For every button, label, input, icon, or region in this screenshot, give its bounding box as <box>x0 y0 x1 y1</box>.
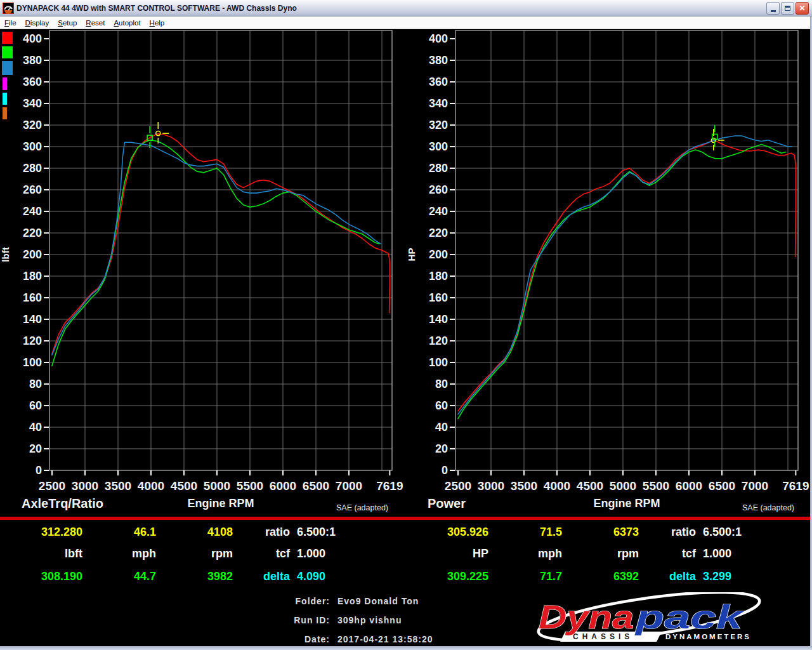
menu-item-help[interactable]: Help <box>145 19 169 27</box>
app-gauge-icon <box>3 3 14 14</box>
y-tick-label: 320 <box>429 119 448 131</box>
y-tick-label: 200 <box>429 248 448 261</box>
logo-text-pack: pack <box>634 599 745 635</box>
readout-right-delta-label: delta <box>613 567 696 585</box>
x-tick-label: 7619 <box>376 479 403 493</box>
folder-label: Folder: <box>235 594 330 608</box>
y-tick-label: 400 <box>429 32 448 45</box>
menu-item-display[interactable]: Display <box>21 19 54 27</box>
x-tick-label: 6000 <box>676 479 702 493</box>
y-tick-label: 100 <box>23 356 42 369</box>
y-axis-label: HP <box>406 248 417 262</box>
y-tick-label: 380 <box>429 54 448 67</box>
run-folder-row: Folder: Evo9 Donald Ton <box>0 594 527 608</box>
y-tick-label: 160 <box>429 291 448 304</box>
x-axis-label: Engine RPM <box>187 497 254 510</box>
title-bar[interactable]: DYNAPACK 44 4WD with SMART CONTROL SOFTW… <box>0 0 812 17</box>
logo-tagline-chassis: CHASSIS <box>573 632 633 641</box>
cursor-marker-square[interactable] <box>712 125 717 147</box>
y-tick-label: 400 <box>23 32 42 45</box>
window-title: DYNAPACK 44 4WD with SMART CONTROL SOFTW… <box>16 4 297 13</box>
curve-run-green <box>52 140 379 366</box>
y-tick-label: 380 <box>23 54 42 67</box>
close-button[interactable]: ✕ <box>796 2 809 15</box>
x-tick-label: 3000 <box>478 479 504 493</box>
run-id-label: Run ID: <box>235 613 330 627</box>
y-tick-label: 120 <box>429 335 448 347</box>
y-tick-label: 280 <box>23 162 42 175</box>
y-tick-label: 160 <box>23 291 42 304</box>
torque-chart-svg: 0204060801001201401601802002202402602803… <box>0 29 406 515</box>
y-tick-label: 120 <box>23 335 42 347</box>
menu-item-setup[interactable]: Setup <box>53 19 81 27</box>
date-value: 2017-04-21 13:58:20 <box>337 632 433 646</box>
x-tick-label: 7000 <box>742 479 768 493</box>
restore-icon <box>785 6 790 11</box>
power-chart-svg: 0204060801001201401601802002202402602803… <box>406 29 812 515</box>
x-tick-label: 7619 <box>782 479 809 493</box>
y-tick-label: 360 <box>429 76 448 88</box>
x-tick-label: 5500 <box>237 479 263 493</box>
x-tick-label: 4000 <box>544 479 570 493</box>
y-tick-label: 80 <box>435 378 448 390</box>
y-tick-label: 300 <box>429 140 448 153</box>
chart-title: Power <box>428 496 466 510</box>
y-tick-label: 300 <box>23 140 42 153</box>
readout-right-tcf-label: tcf <box>613 545 696 562</box>
x-tick-label: 5500 <box>643 479 669 493</box>
readout-right-tcf-value: 1.000 <box>703 545 804 562</box>
y-tick-label: 280 <box>429 162 448 175</box>
sae-note: SAE (adapted) <box>336 503 388 512</box>
menu-item-autoplot[interactable]: Autoplot <box>109 19 145 27</box>
date-label: Date: <box>235 632 330 646</box>
run-id-row: Run ID: 309hp vishnu <box>0 613 527 627</box>
y-tick-label: 240 <box>23 205 42 218</box>
y-axis-label: lbft <box>0 247 11 262</box>
run-id-value: 309hp vishnu <box>337 613 402 627</box>
y-tick-label: 360 <box>23 76 42 88</box>
curve-run-blue <box>52 142 381 355</box>
menu-item-reset[interactable]: Reset <box>81 19 109 27</box>
sae-note: SAE (adapted) <box>742 503 794 512</box>
readout-left-delta-label: delta <box>207 567 290 585</box>
readout-right-ratio-value: 6.500:1 <box>703 523 804 541</box>
y-tick-label: 100 <box>429 356 448 369</box>
y-tick-label: 20 <box>435 442 448 455</box>
y-tick-label: 180 <box>23 270 42 282</box>
x-tick-label: 4500 <box>171 479 197 493</box>
y-tick-label: 220 <box>23 227 42 239</box>
y-tick-label: 320 <box>23 119 42 131</box>
y-tick-label: 260 <box>429 183 448 196</box>
logo-text-dyna: Dyna <box>539 599 634 635</box>
y-tick-label: 200 <box>23 248 42 261</box>
menu-bar: FileDisplaySetupResetAutoplotHelp <box>0 17 812 29</box>
readout-panel: 312.28046.14108ratio6.500:1lbftmphrpmtcf… <box>0 519 812 593</box>
minimize-button[interactable] <box>766 2 780 15</box>
restore-button[interactable] <box>781 2 794 15</box>
window-bottom-border <box>0 646 812 650</box>
logo-tagline-dynamometers: DYNAMOMETERS <box>665 633 751 640</box>
readout-right-ratio-label: ratio <box>613 523 696 541</box>
y-tick-label: 340 <box>429 97 448 110</box>
y-tick-label: 40 <box>29 421 42 434</box>
x-tick-label: 4500 <box>577 479 603 493</box>
y-tick-label: 60 <box>435 399 448 412</box>
curve-run-green <box>458 145 786 419</box>
x-tick-label: 6000 <box>270 479 296 493</box>
close-icon: ✕ <box>799 4 805 12</box>
curve-run-blue <box>458 136 792 415</box>
power-chart[interactable]: 0204060801001201401601802002202402602803… <box>406 29 812 515</box>
x-tick-label: 3500 <box>511 479 537 493</box>
x-tick-label: 6500 <box>303 479 329 493</box>
y-tick-label: 180 <box>429 270 448 282</box>
menu-item-file[interactable]: File <box>0 19 21 27</box>
y-tick-label: 140 <box>429 313 448 326</box>
torque-chart[interactable]: 0204060801001201401601802002202402602803… <box>0 29 406 515</box>
dynapack-logo: Dyna pack CHASSIS DYNAMOMETERS <box>530 592 769 647</box>
y-tick-label: 220 <box>429 227 448 239</box>
date-row: Date: 2017-04-21 13:58:20 <box>0 632 527 646</box>
readout-left-tcf-label: tcf <box>207 545 290 562</box>
x-tick-label: 2500 <box>445 479 471 493</box>
x-tick-label: 3000 <box>72 479 98 493</box>
x-tick-label: 4000 <box>138 479 164 493</box>
